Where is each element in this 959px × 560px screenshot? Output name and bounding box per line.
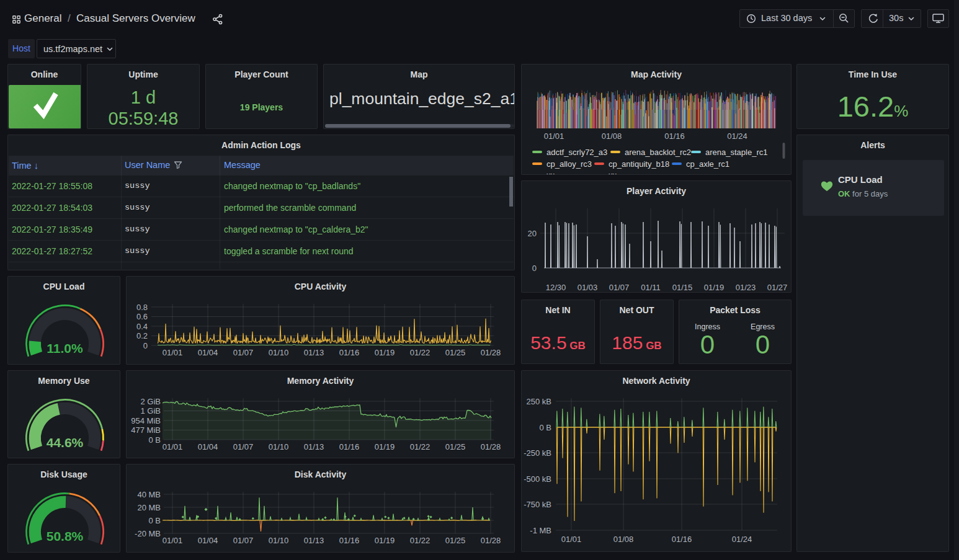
svg-text:01/10: 01/10 <box>269 348 289 357</box>
svg-text:01/25: 01/25 <box>445 348 466 357</box>
svg-text:01/16: 01/16 <box>672 535 692 544</box>
svg-text:01/28: 01/28 <box>481 348 501 357</box>
svg-text:954 MiB: 954 MiB <box>131 416 161 425</box>
svg-text:01/25: 01/25 <box>445 442 466 451</box>
svg-text:01/23: 01/23 <box>736 283 756 292</box>
svg-text:cp_antiquity_b18: cp_antiquity_b18 <box>609 159 669 169</box>
svg-text:01/19: 01/19 <box>375 442 395 451</box>
svg-text:arena_backlot_rc2: arena_backlot_rc2 <box>625 148 691 157</box>
svg-text:01/08: 01/08 <box>613 535 634 544</box>
svg-text:50.8%: 50.8% <box>47 529 84 543</box>
svg-text:-250 kB: -250 kB <box>524 448 551 458</box>
svg-text:01/01: 01/01 <box>163 348 183 357</box>
svg-text:01/28: 01/28 <box>481 442 501 451</box>
svg-text:-1 MB: -1 MB <box>530 526 551 535</box>
svg-text:0 B: 0 B <box>148 435 161 445</box>
svg-text:adctf_scrly72_a3: adctf_scrly72_a3 <box>546 148 607 157</box>
svg-text:01/15: 01/15 <box>672 283 693 292</box>
svg-text:01/10: 01/10 <box>269 442 289 451</box>
svg-text:arena_staple_rc1: arena_staple_rc1 <box>705 148 767 157</box>
svg-text:cp_alloy_rc3: cp_alloy_rc3 <box>546 159 592 169</box>
svg-text:01/03: 01/03 <box>578 283 598 292</box>
svg-text:2 GiB: 2 GiB <box>140 397 161 406</box>
svg-text:-20 MB: -20 MB <box>135 529 161 538</box>
svg-text:-500 kB: -500 kB <box>524 474 551 484</box>
svg-text:01/07: 01/07 <box>233 348 254 357</box>
svg-text:xx: xx <box>546 171 555 175</box>
svg-text:01/24: 01/24 <box>727 131 747 141</box>
svg-text:01/16: 01/16 <box>664 131 685 141</box>
svg-text:20 MB: 20 MB <box>137 503 161 512</box>
svg-text:01/16: 01/16 <box>339 536 360 545</box>
svg-text:01/19: 01/19 <box>375 348 395 357</box>
svg-text:01/01: 01/01 <box>163 536 183 545</box>
svg-text:01/19: 01/19 <box>704 283 725 292</box>
svg-text:01/25: 01/25 <box>445 536 466 545</box>
svg-text:01/22: 01/22 <box>410 536 430 545</box>
svg-text:01/01: 01/01 <box>561 535 582 544</box>
svg-text:0.6: 0.6 <box>136 312 148 321</box>
svg-text:01/07: 01/07 <box>609 283 630 292</box>
svg-text:0 B: 0 B <box>539 423 551 432</box>
svg-text:0.8: 0.8 <box>136 303 148 312</box>
svg-text:xx: xx <box>609 171 617 175</box>
svg-text:0.2: 0.2 <box>136 331 148 340</box>
svg-text:0: 0 <box>143 341 148 350</box>
svg-text:250 kB: 250 kB <box>527 397 551 406</box>
svg-text:01/13: 01/13 <box>304 536 324 545</box>
svg-text:01/28: 01/28 <box>481 536 501 545</box>
svg-text:01/16: 01/16 <box>339 348 360 357</box>
svg-text:11.0%: 11.0% <box>47 341 83 355</box>
svg-text:01/01: 01/01 <box>163 442 183 451</box>
svg-text:01/01: 01/01 <box>544 131 564 141</box>
svg-text:40 MB: 40 MB <box>137 490 161 499</box>
svg-text:0: 0 <box>532 264 537 273</box>
svg-text:01/04: 01/04 <box>198 348 218 357</box>
svg-text:0 B: 0 B <box>148 516 161 525</box>
svg-text:0.4: 0.4 <box>136 322 148 331</box>
svg-text:01/22: 01/22 <box>410 442 430 451</box>
svg-text:01/07: 01/07 <box>233 442 254 451</box>
svg-text:12/30: 12/30 <box>546 283 566 292</box>
svg-text:477 MiB: 477 MiB <box>131 425 161 435</box>
svg-text:01/13: 01/13 <box>304 348 324 357</box>
svg-text:01/16: 01/16 <box>339 442 360 451</box>
svg-text:01/07: 01/07 <box>233 536 254 545</box>
svg-text:01/24: 01/24 <box>732 535 752 544</box>
svg-text:01/04: 01/04 <box>198 536 218 545</box>
svg-text:cp_axle_rc1: cp_axle_rc1 <box>686 159 729 169</box>
svg-text:-750 kB: -750 kB <box>524 500 551 509</box>
svg-text:01/10: 01/10 <box>269 536 289 545</box>
svg-text:44.6%: 44.6% <box>47 435 84 450</box>
svg-text:01/27: 01/27 <box>767 283 788 292</box>
svg-text:01/22: 01/22 <box>410 348 430 357</box>
svg-text:1 GiB: 1 GiB <box>140 406 161 416</box>
svg-text:01/13: 01/13 <box>304 442 324 451</box>
svg-text:01/04: 01/04 <box>198 442 218 451</box>
svg-text:20: 20 <box>528 229 537 238</box>
svg-text:01/08: 01/08 <box>602 131 622 141</box>
svg-text:01/19: 01/19 <box>375 536 395 545</box>
svg-text:01/11: 01/11 <box>641 283 661 292</box>
